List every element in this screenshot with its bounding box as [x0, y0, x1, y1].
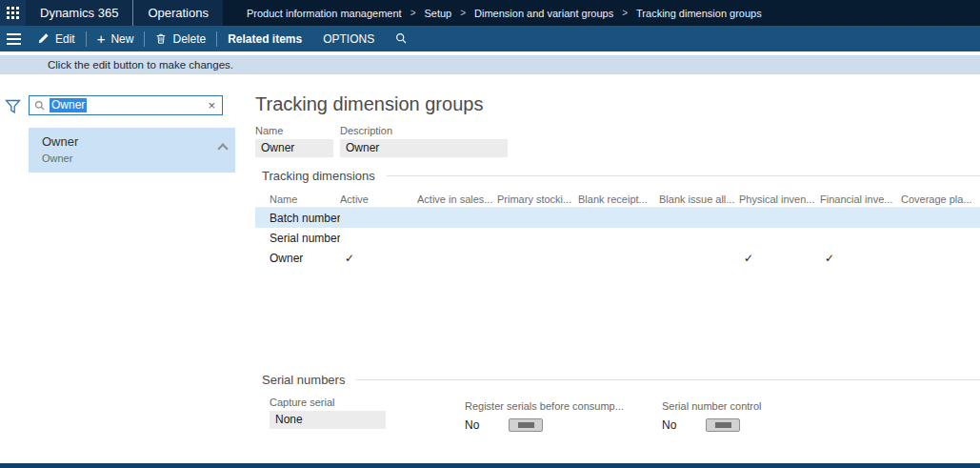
list-item-title: Owner: [42, 134, 235, 149]
capture-serial-field[interactable]: None: [270, 411, 386, 429]
plus-icon: +: [97, 31, 106, 46]
page-content: Owner × Owner Owner Tracking dimension g…: [0, 74, 980, 463]
serial-number-control-value: No: [662, 418, 679, 432]
options-menu-button[interactable]: OPTIONS: [312, 26, 385, 51]
column-header-coverage-pla[interactable]: Coverage pla...: [901, 193, 980, 205]
register-serials-value: No: [465, 418, 482, 432]
filter-funnel-icon[interactable]: [5, 99, 21, 118]
cell-name: Serial number: [270, 232, 340, 245]
breadcrumb-item[interactable]: Setup: [424, 8, 451, 19]
breadcrumb-separator: >: [622, 8, 628, 18]
section-rule: [356, 379, 980, 380]
column-header-name[interactable]: Name: [270, 193, 340, 205]
delete-button[interactable]: Delete: [145, 26, 216, 51]
column-header-blank-issue-all[interactable]: Blank issue all...: [659, 193, 739, 205]
serial-number-control-label: Serial number control: [662, 400, 762, 412]
tracking-table-body: Batch numberSerial numberOwner✓✓✓: [255, 208, 980, 268]
cell-financial-inve: ✓: [820, 252, 901, 265]
search-icon: [395, 32, 408, 45]
bottom-edge-bar: [0, 463, 980, 468]
app-launcher-button[interactable]: [0, 0, 26, 26]
command-bar: Edit + New Delete Related items OPTIONS: [0, 26, 980, 51]
column-header-physical-inven[interactable]: Physical inven...: [739, 193, 820, 205]
app-title[interactable]: Dynamics 365: [26, 0, 132, 26]
register-serials-toggle[interactable]: [509, 418, 543, 432]
capture-serial-label: Capture serial: [270, 397, 386, 408]
cell-name: Batch number: [270, 212, 340, 225]
trash-icon: [155, 32, 167, 45]
header-fields: Name Owner Description Owner: [255, 125, 980, 157]
related-items-button[interactable]: Related items: [217, 26, 312, 51]
edit-button[interactable]: Edit: [27, 26, 86, 51]
table-empty-space: [255, 268, 980, 361]
serial-number-control-field-group: Serial number control No: [662, 397, 762, 432]
section-title: Serial numbers: [255, 373, 345, 387]
column-header-blank-receipt[interactable]: Blank receipt...: [578, 193, 659, 205]
breadcrumb-separator: >: [410, 8, 416, 18]
tracking-dimensions-section: Tracking dimensions NameActiveActive in …: [255, 169, 980, 361]
table-row-owner[interactable]: Owner✓✓✓: [255, 248, 980, 268]
serial-fields: Capture serial None Register serials bef…: [255, 397, 980, 454]
table-row-serial-number[interactable]: Serial number: [255, 228, 980, 248]
commandbar-search-button[interactable]: [385, 26, 418, 51]
name-field-label: Name: [255, 125, 333, 136]
serial-number-control-toggle[interactable]: [706, 418, 740, 432]
top-navigation-bar: Dynamics 365 Operations Product informat…: [0, 0, 980, 26]
section-title: Tracking dimensions: [255, 169, 375, 183]
column-header-financial-inve[interactable]: Financial inve...: [820, 193, 901, 205]
info-message: Click the edit button to make changes.: [48, 59, 233, 71]
info-message-bar: Click the edit button to make changes.: [0, 55, 980, 74]
breadcrumb: Product information management > Setup >…: [223, 0, 762, 26]
column-header-primary-stocki[interactable]: Primary stocki...: [497, 193, 578, 205]
detail-pane: Tracking dimension groups Name Owner Des…: [255, 74, 980, 463]
table-row-batch-number[interactable]: Batch number: [255, 208, 980, 228]
new-button[interactable]: + New: [87, 26, 145, 51]
breadcrumb-item[interactable]: Tracking dimension groups: [636, 8, 762, 19]
page-title: Tracking dimension groups: [255, 93, 980, 115]
description-field-group: Description Owner: [340, 125, 508, 157]
record-list: Owner Owner: [29, 128, 235, 173]
column-header-active[interactable]: Active: [340, 193, 417, 205]
waffle-icon: [7, 7, 19, 19]
hamburger-menu-icon[interactable]: [0, 26, 27, 51]
tracking-table-header: NameActiveActive in sales...Primary stoc…: [255, 191, 980, 208]
list-search-input[interactable]: Owner ×: [29, 95, 223, 115]
clear-search-icon[interactable]: ×: [201, 99, 222, 112]
section-rule: [387, 175, 980, 176]
search-input-value: Owner: [50, 98, 87, 112]
cell-name: Owner: [270, 252, 340, 265]
pencil-icon: [37, 32, 50, 45]
serial-numbers-section: Serial numbers Capture serial None Regis…: [255, 373, 980, 454]
name-field-group: Name Owner: [255, 125, 333, 157]
cell-physical-inven: ✓: [739, 252, 820, 265]
app-area-title[interactable]: Operations: [133, 0, 223, 26]
record-list-pane: Owner × Owner Owner: [0, 74, 255, 463]
serial-numbers-header[interactable]: Serial numbers: [255, 373, 980, 387]
tracking-dimensions-header[interactable]: Tracking dimensions: [255, 169, 980, 183]
list-item-owner[interactable]: Owner Owner: [29, 128, 235, 173]
cell-active: ✓: [340, 252, 417, 265]
app-window: Dynamics 365 Operations Product informat…: [0, 0, 980, 468]
column-header-active-in-sales[interactable]: Active in sales...: [417, 193, 497, 205]
list-item-subtitle: Owner: [42, 153, 235, 164]
capture-serial-field-group: Capture serial None: [270, 397, 386, 429]
register-serials-label: Register serials before consump...: [465, 400, 624, 412]
description-field[interactable]: Owner: [340, 139, 508, 157]
breadcrumb-separator: >: [460, 8, 466, 18]
breadcrumb-item[interactable]: Product information management: [247, 8, 402, 19]
breadcrumb-item[interactable]: Dimension and variant groups: [474, 8, 613, 19]
brand-area: Dynamics 365 Operations: [0, 0, 223, 26]
name-field[interactable]: Owner: [255, 139, 333, 157]
register-serials-field-group: Register serials before consump... No: [465, 397, 624, 432]
description-field-label: Description: [340, 125, 508, 136]
search-magnifier-icon: [34, 100, 46, 112]
